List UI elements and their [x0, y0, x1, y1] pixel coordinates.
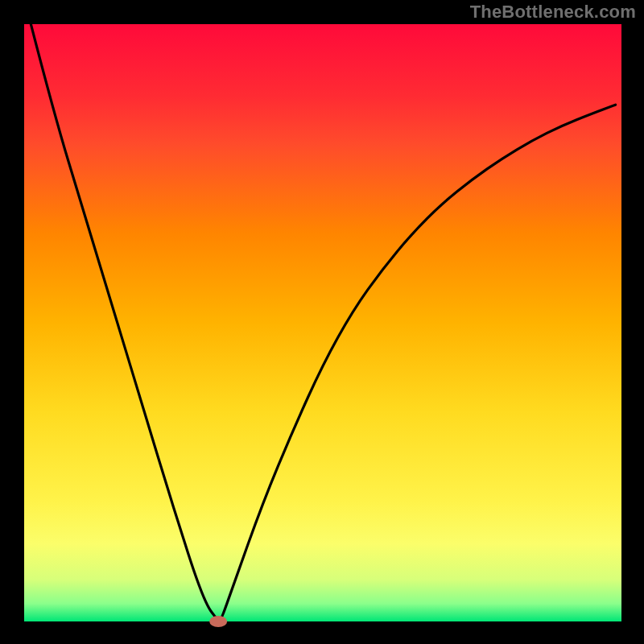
minimum-marker: [209, 616, 227, 627]
chart-frame: TheBottleneck.com: [0, 0, 644, 644]
bottleneck-chart: [0, 0, 644, 644]
plot-background: [24, 24, 621, 621]
watermark-text: TheBottleneck.com: [470, 2, 636, 23]
